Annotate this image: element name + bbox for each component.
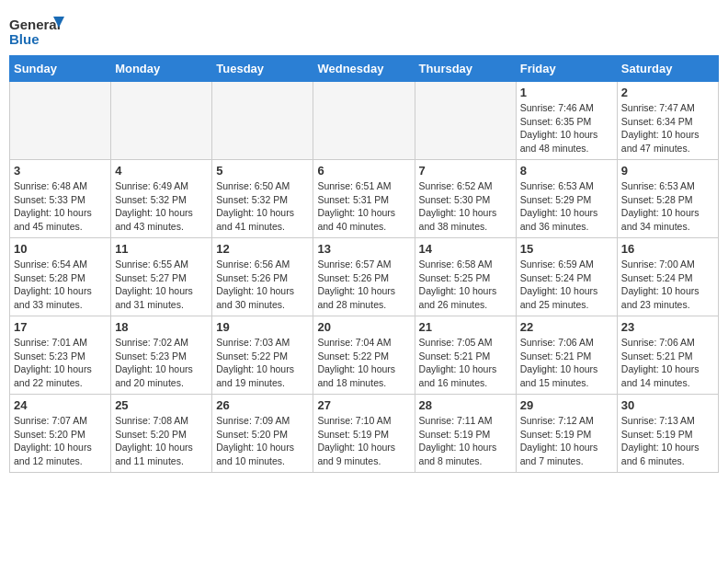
day-info: Sunrise: 7:47 AMSunset: 6:34 PMDaylight:… bbox=[621, 101, 714, 155]
week-row-4: 17Sunrise: 7:01 AMSunset: 5:23 PMDayligh… bbox=[10, 316, 719, 395]
day-info: Sunrise: 6:59 AMSunset: 5:24 PMDaylight:… bbox=[520, 258, 613, 312]
header: GeneralBlue bbox=[9, 9, 719, 50]
day-number: 30 bbox=[621, 398, 714, 412]
day-number: 13 bbox=[317, 242, 410, 256]
day-cell: 16Sunrise: 7:00 AMSunset: 5:24 PMDayligh… bbox=[617, 238, 718, 316]
weekday-header-sunday: Sunday bbox=[10, 56, 111, 82]
weekday-header-tuesday: Tuesday bbox=[212, 56, 313, 82]
day-info: Sunrise: 7:12 AMSunset: 5:19 PMDaylight:… bbox=[520, 414, 613, 468]
day-number: 27 bbox=[317, 398, 410, 412]
day-info: Sunrise: 6:57 AMSunset: 5:26 PMDaylight:… bbox=[317, 258, 410, 312]
day-cell: 26Sunrise: 7:09 AMSunset: 5:20 PMDayligh… bbox=[212, 395, 313, 473]
day-info: Sunrise: 7:03 AMSunset: 5:22 PMDaylight:… bbox=[216, 336, 309, 390]
day-number: 12 bbox=[216, 242, 309, 256]
day-info: Sunrise: 7:00 AMSunset: 5:24 PMDaylight:… bbox=[621, 258, 714, 312]
day-cell: 17Sunrise: 7:01 AMSunset: 5:23 PMDayligh… bbox=[10, 316, 111, 395]
day-number: 1 bbox=[520, 86, 613, 99]
day-info: Sunrise: 7:07 AMSunset: 5:20 PMDaylight:… bbox=[14, 414, 107, 468]
day-cell: 1Sunrise: 7:46 AMSunset: 6:35 PMDaylight… bbox=[516, 82, 617, 160]
day-number: 21 bbox=[419, 320, 512, 334]
day-number: 9 bbox=[621, 164, 714, 178]
day-number: 26 bbox=[216, 398, 309, 412]
day-info: Sunrise: 7:08 AMSunset: 5:20 PMDaylight:… bbox=[115, 414, 208, 468]
day-cell: 29Sunrise: 7:12 AMSunset: 5:19 PMDayligh… bbox=[516, 395, 617, 473]
day-number: 25 bbox=[115, 398, 208, 412]
svg-text:Blue: Blue bbox=[9, 31, 40, 47]
day-cell: 9Sunrise: 6:53 AMSunset: 5:28 PMDaylight… bbox=[617, 160, 718, 238]
day-info: Sunrise: 6:48 AMSunset: 5:33 PMDaylight:… bbox=[14, 179, 107, 234]
day-info: Sunrise: 7:46 AMSunset: 6:35 PMDaylight:… bbox=[520, 101, 613, 155]
weekday-header-wednesday: Wednesday bbox=[313, 56, 415, 82]
weekday-header-saturday: Saturday bbox=[617, 56, 718, 82]
day-info: Sunrise: 7:06 AMSunset: 5:21 PMDaylight:… bbox=[621, 336, 714, 390]
day-info: Sunrise: 7:11 AMSunset: 5:19 PMDaylight:… bbox=[419, 414, 512, 468]
day-cell bbox=[313, 82, 415, 160]
day-cell: 2Sunrise: 7:47 AMSunset: 6:34 PMDaylight… bbox=[617, 82, 718, 160]
day-cell: 11Sunrise: 6:55 AMSunset: 5:27 PMDayligh… bbox=[111, 238, 212, 316]
day-cell: 14Sunrise: 6:58 AMSunset: 5:25 PMDayligh… bbox=[415, 238, 516, 316]
day-info: Sunrise: 6:55 AMSunset: 5:27 PMDaylight:… bbox=[115, 258, 208, 312]
day-number: 18 bbox=[115, 320, 208, 334]
day-info: Sunrise: 7:10 AMSunset: 5:19 PMDaylight:… bbox=[317, 414, 410, 468]
day-info: Sunrise: 7:05 AMSunset: 5:21 PMDaylight:… bbox=[419, 336, 512, 390]
day-cell bbox=[111, 82, 212, 160]
day-info: Sunrise: 7:06 AMSunset: 5:21 PMDaylight:… bbox=[520, 336, 613, 390]
week-row-2: 3Sunrise: 6:48 AMSunset: 5:33 PMDaylight… bbox=[10, 160, 719, 238]
day-cell: 28Sunrise: 7:11 AMSunset: 5:19 PMDayligh… bbox=[415, 395, 516, 473]
day-info: Sunrise: 7:13 AMSunset: 5:19 PMDaylight:… bbox=[621, 414, 714, 468]
day-cell: 20Sunrise: 7:04 AMSunset: 5:22 PMDayligh… bbox=[313, 316, 415, 395]
day-cell: 25Sunrise: 7:08 AMSunset: 5:20 PMDayligh… bbox=[111, 395, 212, 473]
day-cell: 23Sunrise: 7:06 AMSunset: 5:21 PMDayligh… bbox=[617, 316, 718, 395]
day-number: 24 bbox=[14, 398, 107, 412]
day-info: Sunrise: 6:58 AMSunset: 5:25 PMDaylight:… bbox=[419, 258, 512, 312]
svg-text:General: General bbox=[9, 17, 61, 32]
day-info: Sunrise: 6:49 AMSunset: 5:32 PMDaylight:… bbox=[115, 179, 208, 234]
day-number: 15 bbox=[520, 242, 613, 256]
day-cell: 22Sunrise: 7:06 AMSunset: 5:21 PMDayligh… bbox=[516, 316, 617, 395]
day-cell bbox=[415, 82, 516, 160]
day-number: 11 bbox=[115, 242, 208, 256]
day-cell: 8Sunrise: 6:53 AMSunset: 5:29 PMDaylight… bbox=[516, 160, 617, 238]
day-number: 16 bbox=[621, 242, 714, 256]
day-info: Sunrise: 6:54 AMSunset: 5:28 PMDaylight:… bbox=[14, 258, 107, 312]
day-cell: 19Sunrise: 7:03 AMSunset: 5:22 PMDayligh… bbox=[212, 316, 313, 395]
day-cell: 4Sunrise: 6:49 AMSunset: 5:32 PMDaylight… bbox=[111, 160, 212, 238]
day-cell: 3Sunrise: 6:48 AMSunset: 5:33 PMDaylight… bbox=[10, 160, 111, 238]
logo: GeneralBlue bbox=[9, 13, 74, 50]
day-cell: 30Sunrise: 7:13 AMSunset: 5:19 PMDayligh… bbox=[617, 395, 718, 473]
day-cell: 21Sunrise: 7:05 AMSunset: 5:21 PMDayligh… bbox=[415, 316, 516, 395]
weekday-header-row: SundayMondayTuesdayWednesdayThursdayFrid… bbox=[10, 56, 719, 82]
day-cell: 7Sunrise: 6:52 AMSunset: 5:30 PMDaylight… bbox=[415, 160, 516, 238]
day-info: Sunrise: 7:04 AMSunset: 5:22 PMDaylight:… bbox=[317, 336, 410, 390]
calendar-table: SundayMondayTuesdayWednesdayThursdayFrid… bbox=[9, 55, 719, 473]
day-cell bbox=[10, 82, 111, 160]
day-info: Sunrise: 6:53 AMSunset: 5:29 PMDaylight:… bbox=[520, 179, 613, 234]
day-number: 7 bbox=[419, 164, 512, 178]
day-info: Sunrise: 7:02 AMSunset: 5:23 PMDaylight:… bbox=[115, 336, 208, 390]
day-info: Sunrise: 6:52 AMSunset: 5:30 PMDaylight:… bbox=[419, 179, 512, 234]
weekday-header-monday: Monday bbox=[111, 56, 212, 82]
day-info: Sunrise: 6:53 AMSunset: 5:28 PMDaylight:… bbox=[621, 179, 714, 234]
day-number: 10 bbox=[14, 242, 107, 256]
weekday-header-thursday: Thursday bbox=[415, 56, 516, 82]
logo-svg: GeneralBlue bbox=[9, 13, 74, 50]
day-info: Sunrise: 6:50 AMSunset: 5:32 PMDaylight:… bbox=[216, 179, 309, 234]
day-number: 17 bbox=[14, 320, 107, 334]
day-cell: 15Sunrise: 6:59 AMSunset: 5:24 PMDayligh… bbox=[516, 238, 617, 316]
day-info: Sunrise: 6:56 AMSunset: 5:26 PMDaylight:… bbox=[216, 258, 309, 312]
day-number: 29 bbox=[520, 398, 613, 412]
day-number: 22 bbox=[520, 320, 613, 334]
day-number: 4 bbox=[115, 164, 208, 178]
day-cell bbox=[212, 82, 313, 160]
day-info: Sunrise: 6:51 AMSunset: 5:31 PMDaylight:… bbox=[317, 179, 410, 234]
day-cell: 10Sunrise: 6:54 AMSunset: 5:28 PMDayligh… bbox=[10, 238, 111, 316]
day-number: 2 bbox=[621, 86, 714, 99]
day-number: 19 bbox=[216, 320, 309, 334]
week-row-3: 10Sunrise: 6:54 AMSunset: 5:28 PMDayligh… bbox=[10, 238, 719, 316]
day-number: 20 bbox=[317, 320, 410, 334]
day-cell: 13Sunrise: 6:57 AMSunset: 5:26 PMDayligh… bbox=[313, 238, 415, 316]
day-cell: 5Sunrise: 6:50 AMSunset: 5:32 PMDaylight… bbox=[212, 160, 313, 238]
day-cell: 27Sunrise: 7:10 AMSunset: 5:19 PMDayligh… bbox=[313, 395, 415, 473]
day-number: 28 bbox=[419, 398, 512, 412]
day-number: 5 bbox=[216, 164, 309, 178]
